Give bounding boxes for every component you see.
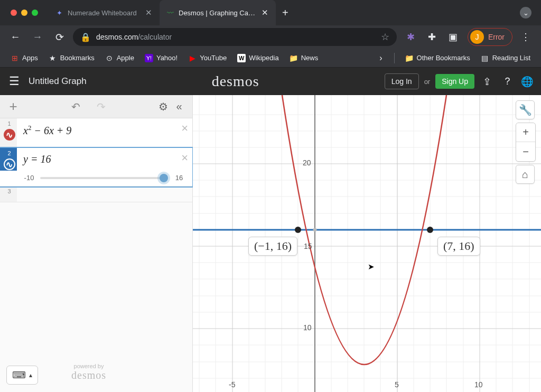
slider[interactable] (40, 177, 168, 179)
graph-canvas[interactable]: 20 15 10 -5 5 10 (−1, 16) (7, 16) ➤ 🔧 + … (193, 95, 541, 392)
forward-button[interactable]: → (29, 28, 46, 46)
folder-icon: 📁 (290, 54, 298, 62)
axis-label: -5 (229, 380, 235, 389)
bookmark-label: Bookmarks (60, 54, 95, 62)
powered-by: powered by desmos (71, 363, 106, 381)
redo-button[interactable]: ↷ (93, 99, 109, 115)
or-text: or (424, 78, 431, 86)
expression-index: 3 (7, 188, 11, 194)
expression-input[interactable]: x2 − 6x + 9 (17, 118, 192, 147)
login-button[interactable]: Log In (385, 73, 419, 89)
address-bar[interactable]: 🔒 desmos.com/calculator ☆ (73, 28, 397, 46)
expression-index: 2 (7, 150, 11, 156)
window-close[interactable] (11, 10, 17, 16)
help-icon[interactable]: ？ (500, 74, 515, 88)
bookmark-label: Other Bookmarks (417, 54, 470, 62)
point-label: (7, 16) (437, 237, 480, 256)
expression-index: 1 (7, 120, 11, 127)
bookmark-other[interactable]: 📁Other Bookmarks (401, 52, 474, 64)
extension-icon[interactable]: ✱ (405, 31, 417, 43)
expression-row-empty[interactable]: 3 (0, 186, 192, 202)
axis-label: 20 (303, 158, 311, 167)
cast-icon[interactable]: ▣ (447, 31, 459, 43)
yahoo-icon: Y! (145, 54, 153, 62)
undo-button[interactable]: ↶ (68, 99, 83, 115)
slider-thumb[interactable] (160, 174, 168, 182)
desmos-logo: desmos (93, 73, 378, 90)
chrome-menu-icon[interactable]: ⋮ (517, 31, 535, 43)
window-minimize[interactable] (21, 10, 27, 16)
bookmark-star-icon[interactable]: ☆ (381, 31, 389, 43)
bookmark-apple[interactable]: ⊙Apple (101, 52, 138, 64)
svg-point-41 (427, 227, 433, 233)
bookmark-label: Apple (117, 54, 134, 62)
keyboard-icon: ⌨ (12, 369, 26, 381)
expression-row[interactable]: 1∿ x2 − 6x + 9 × (0, 118, 192, 148)
zoom-out-button[interactable]: − (516, 142, 535, 161)
chevron-up-icon: ▴ (29, 371, 32, 379)
wrench-settings-icon[interactable]: 🔧 (516, 100, 535, 119)
window-menu-icon[interactable]: ⌄ (520, 7, 531, 18)
numerade-favicon: ✦ (55, 8, 63, 17)
delete-expression-icon[interactable]: × (181, 151, 188, 165)
axis-label: 10 (303, 323, 312, 332)
collapse-panel-icon[interactable]: « (171, 99, 187, 115)
point-label: (−1, 16) (248, 237, 297, 256)
expression-input[interactable]: y = 16 (17, 148, 192, 171)
zoom-in-button[interactable]: + (516, 123, 535, 142)
add-expression-button[interactable]: + (5, 99, 21, 115)
profile-button[interactable]: J Error (468, 28, 512, 46)
bookmark-yahoo[interactable]: Y!Yahoo! (141, 52, 182, 64)
home-zoom-button[interactable]: ⌂ (516, 165, 535, 184)
language-globe-icon[interactable]: 🌐 (520, 76, 535, 88)
reload-button[interactable]: ⟳ (51, 28, 69, 46)
slider-max[interactable]: 16 (172, 174, 186, 182)
graph-title[interactable]: Untitled Graph (29, 76, 87, 87)
bookmark-label: Wikipedia (249, 54, 278, 62)
color-swatch-icon[interactable]: ∿ (4, 158, 15, 170)
bookmark-label: Reading List (492, 54, 530, 62)
slider-min[interactable]: -10 (22, 174, 36, 182)
bookmark-reading-list[interactable]: ▤Reading List (477, 52, 535, 64)
close-icon[interactable]: ✕ (260, 7, 269, 18)
powered-logo: desmos (71, 369, 106, 381)
axis-label: 15 (304, 242, 312, 250)
window-zoom[interactable] (32, 10, 38, 16)
bookmark-label: Yahoo! (156, 54, 178, 62)
tab-numerade[interactable]: ✦ Numerade Whiteboard ✕ (49, 0, 160, 25)
share-icon[interactable]: ⇪ (480, 76, 495, 88)
star-icon: ★ (49, 54, 57, 62)
axis-label: 10 (474, 380, 483, 389)
svg-point-42 (313, 228, 317, 232)
url-text: desmos.com/calculator (96, 33, 376, 41)
bookmark-overflow-icon[interactable]: › (374, 53, 387, 63)
lock-icon: 🔒 (80, 32, 91, 42)
keyboard-toggle-button[interactable]: ⌨ ▴ (6, 366, 38, 385)
tab-title: Numerade Whiteboard (68, 9, 140, 17)
menu-icon[interactable]: ☰ (6, 74, 22, 88)
bookmark-news[interactable]: 📁News (285, 52, 323, 64)
axis-label: 5 (395, 380, 399, 389)
divider (394, 53, 395, 63)
bookmark-wikipedia[interactable]: WWikipedia (233, 52, 283, 64)
desmos-favicon: 〰 (166, 8, 174, 17)
tab-desmos[interactable]: 〰 Desmos | Graphing Calculator ✕ (160, 0, 276, 25)
delete-expression-icon[interactable]: × (181, 122, 188, 135)
youtube-icon: ▶ (188, 54, 197, 62)
new-tab-button[interactable]: + (276, 0, 295, 25)
cursor-icon: ➤ (368, 262, 375, 272)
extensions-puzzle-icon[interactable]: ✚ (426, 31, 438, 43)
bookmark-label: News (301, 54, 319, 62)
wikipedia-icon: W (237, 54, 246, 62)
color-swatch-icon[interactable]: ∿ (4, 129, 15, 141)
expression-row[interactable]: 2∿ y = 16 × -10 16 (0, 148, 192, 186)
apple-icon: ⊙ (105, 54, 114, 62)
settings-gear-icon[interactable]: ⚙ (155, 99, 171, 115)
back-button[interactable]: ← (6, 28, 24, 46)
bookmark-bookmarks[interactable]: ★Bookmarks (44, 52, 99, 64)
bookmark-youtube[interactable]: ▶YouTube (184, 52, 231, 64)
close-icon[interactable]: ✕ (144, 7, 153, 18)
signup-button[interactable]: Sign Up (435, 74, 474, 89)
bookmark-apps[interactable]: ⊞Apps (6, 52, 42, 64)
avatar: J (470, 30, 484, 44)
